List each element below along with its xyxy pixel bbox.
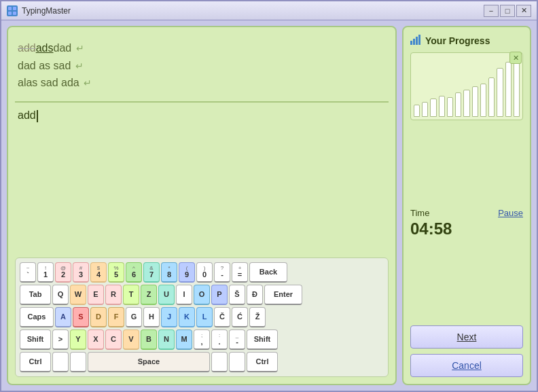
key-0[interactable]: )0 — [196, 262, 213, 283]
word-done-1: add — [18, 39, 36, 57]
key-z[interactable]: Z — [141, 285, 157, 305]
svg-rect-5 — [413, 39, 415, 45]
spacer — [410, 126, 523, 202]
key-k[interactable]: K — [179, 307, 195, 327]
key-shift-right[interactable]: Shift — [247, 329, 278, 350]
svg-rect-0 — [8, 7, 12, 10]
key-fn2[interactable] — [70, 352, 86, 372]
key-b[interactable]: B — [141, 329, 157, 350]
progress-bar-10 — [488, 77, 495, 117]
key-a[interactable]: A — [55, 307, 71, 327]
close-button[interactable]: ✕ — [516, 5, 531, 17]
key-7[interactable]: &7 — [143, 262, 160, 283]
key-s-caron[interactable]: Š — [229, 285, 245, 305]
key-caps[interactable]: Caps — [20, 307, 54, 327]
word-normal-1: dad ↵ — [54, 39, 84, 57]
timer-label: Time — [410, 208, 429, 218]
key-9[interactable]: (9 — [179, 262, 195, 283]
key-1[interactable]: !1 — [37, 262, 54, 283]
progress-bar-5 — [447, 97, 453, 117]
key-t[interactable]: T — [123, 285, 139, 305]
key-z-caron[interactable]: Ž — [249, 307, 266, 327]
key-period[interactable]: :. — [211, 329, 228, 350]
key-tab[interactable]: Tab — [20, 285, 51, 305]
close-panel-button[interactable]: ✕ — [509, 52, 522, 64]
input-area[interactable]: add — [15, 107, 389, 127]
key-e[interactable]: E — [88, 285, 104, 305]
key-c-caron[interactable]: Č — [214, 307, 230, 327]
key-n[interactable]: N — [158, 329, 175, 350]
return-3: ↵ — [84, 77, 92, 88]
cancel-button[interactable]: Cancel — [410, 354, 523, 377]
progress-bar-8 — [472, 86, 478, 117]
minimize-button[interactable]: − — [484, 5, 499, 17]
key-v[interactable]: V — [123, 329, 139, 350]
key-angle[interactable]: > — [52, 329, 69, 350]
app-icon — [7, 5, 18, 16]
key-j[interactable]: J — [161, 307, 177, 327]
svg-rect-3 — [13, 12, 16, 15]
key-r[interactable]: R — [105, 285, 122, 305]
key-slash[interactable]: _- — [229, 329, 245, 350]
key-o[interactable]: O — [194, 285, 210, 305]
return-1: ↵ — [76, 43, 84, 54]
key-comma[interactable]: ;, — [194, 329, 210, 350]
word-normal-3: alas sad ada ↵ — [18, 74, 92, 92]
key-row-1: ~` !1 @2 #3 $4 %5 ^6 &7 *8 (9 )0 ?- += B… — [20, 262, 384, 283]
key-8[interactable]: *8 — [161, 262, 177, 283]
chart-icon — [410, 34, 421, 47]
key-2[interactable]: @2 — [55, 262, 71, 283]
pause-link[interactable]: Pause — [498, 208, 523, 218]
key-fn3[interactable] — [211, 352, 228, 372]
maximize-button[interactable]: □ — [500, 5, 515, 17]
key-i[interactable]: I — [176, 285, 192, 305]
window-controls: − □ ✕ — [484, 5, 531, 17]
key-p[interactable]: P — [211, 285, 228, 305]
key-4[interactable]: $4 — [90, 262, 107, 283]
key-backtick[interactable]: ~` — [20, 262, 36, 283]
key-backspace[interactable]: Back — [249, 262, 287, 283]
key-q[interactable]: Q — [52, 285, 69, 305]
progress-bar-7 — [463, 90, 469, 117]
key-fn1[interactable] — [52, 352, 69, 372]
key-d[interactable]: D — [90, 307, 107, 327]
progress-bar-12 — [505, 62, 512, 117]
progress-title: Your Progress — [425, 35, 490, 46]
key-row-4: Shift > Y X C V B N M ;, :. _- Shift — [20, 329, 384, 350]
key-d-stroke[interactable]: Đ — [247, 285, 263, 305]
next-button[interactable]: Next — [410, 325, 523, 349]
key-u[interactable]: U — [158, 285, 175, 305]
key-6[interactable]: ^6 — [126, 262, 142, 283]
key-equals[interactable]: += — [232, 262, 248, 283]
key-ctrl-left[interactable]: Ctrl — [20, 352, 51, 372]
key-enter[interactable]: Enter — [264, 285, 302, 305]
text-line-3: alas sad ada ↵ — [18, 74, 386, 92]
key-c[interactable]: C — [105, 329, 122, 350]
keyboard: ~` !1 @2 #3 $4 %5 ^6 &7 *8 (9 )0 ?- += B… — [15, 257, 389, 377]
text-line-1: add ads dad ↵ — [18, 39, 386, 57]
word-normal-2: dad as sad ↵ — [18, 57, 84, 75]
key-g[interactable]: G — [126, 307, 142, 327]
key-space[interactable]: Space — [88, 352, 210, 372]
key-y[interactable]: Y — [70, 329, 86, 350]
right-panel: ✕ Your Progress Time — [402, 26, 531, 385]
key-c-acute[interactable]: Ć — [232, 307, 248, 327]
key-f[interactable]: F — [108, 307, 124, 327]
key-s[interactable]: S — [73, 307, 89, 327]
key-5[interactable]: %5 — [108, 262, 124, 283]
key-m[interactable]: M — [176, 329, 192, 350]
text-display: add ads dad ↵ dad as sad ↵ alas sad ada … — [15, 34, 389, 97]
key-shift-left[interactable]: Shift — [20, 329, 51, 350]
titlebar: TypingMaster − □ ✕ — [1, 1, 537, 20]
key-3[interactable]: #3 — [73, 262, 89, 283]
key-ctrl-right[interactable]: Ctrl — [247, 352, 278, 372]
timer-section: Time Pause 04:58 — [410, 208, 523, 238]
key-fn4[interactable] — [229, 352, 245, 372]
key-w[interactable]: W — [70, 285, 86, 305]
svg-rect-7 — [418, 35, 420, 45]
key-minus[interactable]: ?- — [214, 262, 230, 283]
svg-rect-6 — [416, 37, 418, 45]
key-h[interactable]: H — [143, 307, 160, 327]
key-x[interactable]: X — [88, 329, 104, 350]
key-l[interactable]: L — [196, 307, 213, 327]
